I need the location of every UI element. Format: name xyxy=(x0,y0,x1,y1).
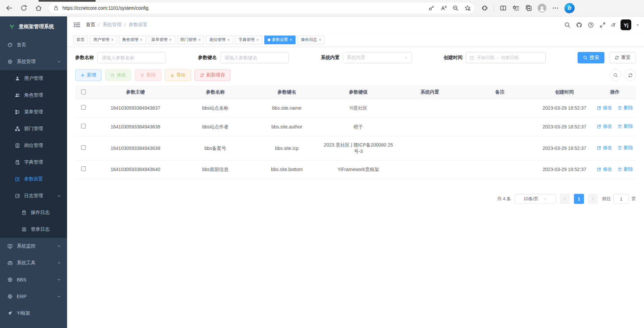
tab-departments[interactable]: 部门管理× xyxy=(177,36,204,44)
select-all-checkbox[interactable] xyxy=(81,90,86,94)
builtin-select[interactable]: 系统内置 xyxy=(343,52,412,63)
row-edit-link[interactable]: 修改 xyxy=(597,105,612,111)
split-screen-icon[interactable] xyxy=(499,4,507,12)
toggle-search-button[interactable] xyxy=(610,69,621,81)
delete-button[interactable]: 删除 xyxy=(135,69,161,81)
favorites-bar-icon[interactable] xyxy=(512,4,520,12)
sidebar-item-departments[interactable]: 部门管理 xyxy=(0,120,67,137)
sidebar-item-tools[interactable]: 系统工具 xyxy=(0,255,67,271)
search-button[interactable]: 搜索 xyxy=(578,52,604,63)
github-icon[interactable] xyxy=(576,22,582,28)
sidebar-item-logs[interactable]: 日志管理 xyxy=(0,187,67,204)
tab-operation-log[interactable]: 操作日志× xyxy=(298,36,325,44)
sidebar-item-bbs[interactable]: BBS xyxy=(0,271,67,288)
row-checkbox[interactable] xyxy=(81,124,86,128)
page-number-button[interactable]: 1 xyxy=(574,194,584,204)
bing-chat-icon[interactable]: b xyxy=(565,3,575,13)
next-page-button[interactable] xyxy=(588,194,598,204)
fullscreen-icon[interactable] xyxy=(599,22,606,28)
sidebar-item-system[interactable]: 系统管理 xyxy=(0,53,67,70)
row-delete-link[interactable]: 删除 xyxy=(618,166,633,173)
sidebar-item-erp[interactable]: ERP xyxy=(0,288,67,305)
close-icon[interactable]: × xyxy=(198,38,201,42)
site-security-lock-icon[interactable] xyxy=(53,5,59,11)
tab-home[interactable]: 首页 xyxy=(73,36,88,44)
row-checkbox[interactable] xyxy=(81,145,86,150)
end-date-placeholder[interactable]: 结束日期 xyxy=(501,55,519,61)
sidebar-item-menus[interactable]: 菜单管理 xyxy=(0,104,67,120)
tab-users[interactable]: 用户管理× xyxy=(90,36,117,44)
close-icon[interactable]: × xyxy=(319,38,321,42)
user-avatar[interactable]: Yj xyxy=(621,19,631,30)
date-range-picker[interactable]: 开始日期 - 结束日期 xyxy=(466,52,546,63)
sidebar-item-roles[interactable]: 角色管理 xyxy=(0,87,67,104)
sidebar-item-home[interactable]: 首页 xyxy=(0,37,67,53)
tab-parameters[interactable]: 参数设置× xyxy=(264,36,296,44)
row-edit-link[interactable]: 修改 xyxy=(597,145,612,151)
close-icon[interactable]: × xyxy=(256,38,259,42)
breadcrumb-home[interactable]: 首页 xyxy=(86,22,95,28)
prev-page-button[interactable] xyxy=(560,194,570,204)
read-aloud-icon[interactable] xyxy=(440,5,447,11)
collections-icon[interactable] xyxy=(525,4,532,12)
close-icon[interactable]: × xyxy=(227,38,230,42)
row-checkbox[interactable] xyxy=(81,166,86,171)
breadcrumb-system[interactable]: 系统管理 xyxy=(103,22,121,28)
tab-dictionaries[interactable]: 字典管理× xyxy=(235,36,262,44)
header-search-icon[interactable] xyxy=(564,22,571,28)
zoom-out-icon[interactable] xyxy=(452,5,459,11)
extensions-puzzle-icon[interactable] xyxy=(481,4,488,12)
browser-refresh-button[interactable] xyxy=(20,4,28,12)
sidebar-item-users[interactable]: 用户管理 xyxy=(0,70,67,87)
close-icon[interactable]: × xyxy=(169,38,172,42)
table-row[interactable]: 1641030593384943638 bbs站点作者 bbs.site.aut… xyxy=(75,118,636,136)
refresh-cache-button[interactable]: 刷新缓存 xyxy=(195,69,230,81)
sidebar-fold-icon[interactable] xyxy=(73,21,80,29)
url-text[interactable]: https://ccnetcore.com:1101/system/config xyxy=(62,5,428,11)
add-button[interactable]: 新增 xyxy=(75,69,102,81)
password-key-icon[interactable] xyxy=(428,5,435,11)
sidebar-item-operation-log[interactable]: 操作日志 xyxy=(0,204,67,221)
cell-param-id: 1641030593384943640 xyxy=(92,160,179,179)
reset-button[interactable]: 重置 xyxy=(609,52,636,63)
page-size-select[interactable]: 10条/页 xyxy=(515,194,556,204)
address-bar[interactable]: https://ccnetcore.com:1101/system/config xyxy=(48,2,475,14)
param-name-input[interactable] xyxy=(97,52,166,63)
start-date-placeholder[interactable]: 开始日期 xyxy=(477,55,494,61)
row-edit-link[interactable]: 修改 xyxy=(597,123,612,130)
browser-back-button[interactable] xyxy=(5,4,13,12)
close-icon[interactable]: × xyxy=(111,38,114,42)
sidebar-item-monitor[interactable]: 系统监控 xyxy=(0,238,67,255)
table-row[interactable]: 1641030593384943637 bbs站点名称 bbs.site.nam… xyxy=(75,99,636,118)
sidebar-item-posts[interactable]: 岗位管理 xyxy=(0,137,67,154)
sidebar-item-dictionaries[interactable]: 字典管理 xyxy=(0,154,67,171)
sidebar-item-yi-framework[interactable]: Yi框架 xyxy=(0,305,67,322)
table-row[interactable]: 1641030593384943640 bbs底部信息 bbs.site.bot… xyxy=(75,160,636,179)
font-size-icon[interactable]: тT xyxy=(611,22,615,28)
table-row[interactable]: 1641030593384943639 bbs备案号 bbs.site.icp … xyxy=(75,136,636,160)
row-checkbox[interactable] xyxy=(81,105,86,110)
row-delete-link[interactable]: 删除 xyxy=(618,145,633,151)
edit-button[interactable]: 修改 xyxy=(105,69,131,81)
close-icon[interactable]: × xyxy=(140,38,143,42)
tab-posts[interactable]: 岗位管理× xyxy=(206,36,233,44)
row-delete-link[interactable]: 删除 xyxy=(618,105,633,111)
avatar-caret-down-icon[interactable]: ▾ xyxy=(637,23,639,27)
close-icon[interactable]: × xyxy=(290,38,292,42)
app-logo[interactable]: 意框架管理系统 xyxy=(0,16,67,37)
browser-profile-avatar[interactable] xyxy=(538,4,546,12)
favorite-star-icon[interactable] xyxy=(464,5,471,11)
tab-menus[interactable]: 菜单管理× xyxy=(148,36,175,44)
help-question-icon[interactable] xyxy=(588,22,594,28)
sidebar-item-login-log[interactable]: 登录日志 xyxy=(0,221,67,238)
row-edit-link[interactable]: 修改 xyxy=(597,166,612,173)
sidebar-item-parameters[interactable]: 参数设置 xyxy=(0,171,67,187)
export-button[interactable]: 导出 xyxy=(165,69,191,81)
browser-home-button[interactable] xyxy=(35,4,42,12)
refresh-table-button[interactable] xyxy=(625,69,636,81)
param-key-input[interactable] xyxy=(220,52,289,63)
row-delete-link[interactable]: 删除 xyxy=(618,123,633,130)
browser-menu-ellipsis-icon[interactable] xyxy=(552,4,559,12)
goto-page-input[interactable] xyxy=(613,194,629,204)
tab-roles[interactable]: 角色管理× xyxy=(119,36,146,44)
